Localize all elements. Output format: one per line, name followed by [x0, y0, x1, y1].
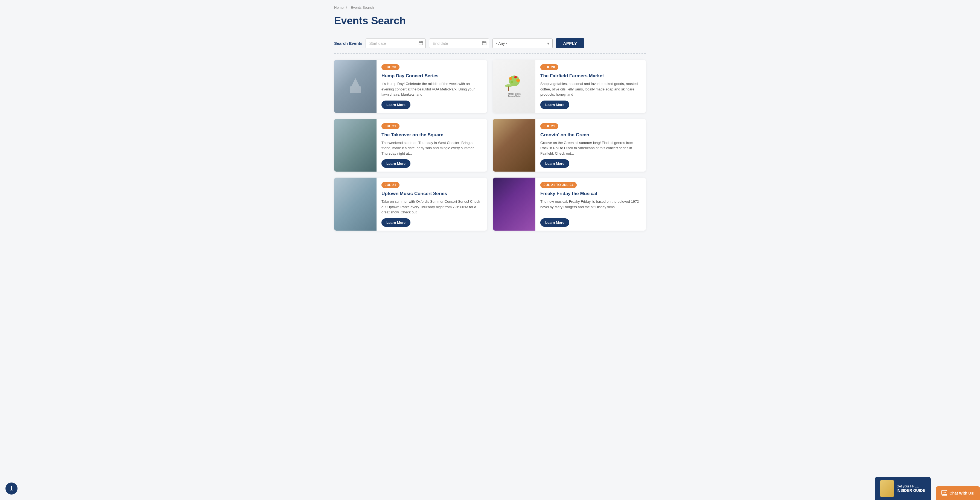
accessibility-button[interactable]	[5, 483, 18, 495]
svg-point-12	[514, 76, 517, 78]
event-title-farmers-market: The Fairfield Farmers Market	[540, 73, 641, 79]
event-title-uptown-music: Uptown Music Concert Series	[382, 191, 482, 197]
event-desc-farmers-market: Shop vegetables, seasonal and favorite b…	[540, 81, 641, 97]
event-image-uptown-music	[334, 178, 377, 230]
event-body-uptown-music: JUL 21 Uptown Music Concert Series Take …	[377, 178, 487, 230]
event-image-hump-day	[334, 60, 377, 113]
event-title-hump-day: Hump Day Concert Series	[382, 73, 482, 79]
start-date-input[interactable]	[366, 38, 426, 48]
learn-more-button-freaky-friday[interactable]: Learn More	[540, 218, 569, 227]
svg-point-20	[943, 492, 943, 493]
svg-point-13	[516, 79, 520, 82]
event-image-groovin-green	[493, 119, 535, 172]
learn-more-button-groovin-green[interactable]: Learn More	[540, 159, 569, 168]
end-date-wrapper	[429, 38, 489, 48]
svg-point-14	[511, 81, 513, 83]
chat-label: Chat With Us!	[950, 491, 975, 495]
chat-widget[interactable]: Chat With Us!	[936, 486, 980, 500]
end-date-input[interactable]	[429, 38, 489, 48]
svg-point-16	[505, 84, 512, 87]
event-image-farmers-market: Village Green Farmers Market	[493, 60, 535, 113]
insider-guide-widget[interactable]: Get your FREE INSIDER GUIDE	[875, 477, 931, 500]
event-desc-groovin-green: Groove on the Green all summer long! Fin…	[540, 140, 641, 156]
event-date-badge-hump-day: JUL 20	[382, 64, 399, 70]
category-select-wrapper: - Any - ▼	[492, 38, 553, 48]
learn-more-button-uptown-music[interactable]: Learn More	[382, 218, 410, 227]
event-desc-uptown-music: Take on summer with Oxford's Summer Conc…	[382, 199, 482, 215]
events-grid: JUL 20 Hump Day Concert Series It's Hump…	[334, 60, 646, 230]
event-title-takeover-square: The Takeover on the Square	[382, 132, 482, 138]
svg-point-21	[944, 492, 945, 493]
start-date-wrapper	[366, 38, 426, 48]
svg-point-11	[509, 77, 512, 80]
category-select[interactable]: - Any -	[492, 38, 553, 48]
event-title-groovin-green: Groovin' on the Green	[540, 132, 641, 138]
event-image-takeover-square	[334, 119, 377, 172]
learn-more-button-takeover-square[interactable]: Learn More	[382, 159, 410, 168]
event-card-groovin-green: JUL 21 Groovin' on the Green Groove on t…	[493, 119, 646, 172]
event-desc-takeover-square: The weekend starts on Thursday in West C…	[382, 140, 482, 156]
svg-text:Village Green: Village Green	[508, 92, 520, 95]
page-title: Events Search	[334, 15, 646, 27]
event-date-badge-uptown-music: JUL 21	[382, 182, 399, 188]
event-body-groovin-green: JUL 21 Groovin' on the Green Groove on t…	[535, 119, 646, 172]
event-card-farmers-market: Village Green Farmers Market JUL 20 The …	[493, 60, 646, 113]
event-card-hump-day: JUL 20 Hump Day Concert Series It's Hump…	[334, 60, 487, 113]
event-date-badge-freaky-friday: JUL 21 TO JUL 24	[540, 182, 577, 188]
svg-line-27	[11, 489, 12, 491]
event-body-farmers-market: JUL 20 The Fairfield Farmers Market Shop…	[535, 60, 646, 113]
title-divider	[334, 32, 646, 32]
event-desc-hump-day: It's Hump Day! Celebrate the middle of t…	[382, 81, 482, 97]
svg-rect-8	[350, 86, 361, 93]
event-body-freaky-friday: JUL 21 TO JUL 24 Freaky Friday the Music…	[535, 178, 646, 230]
event-image-freaky-friday	[493, 178, 535, 230]
accessibility-icon	[8, 486, 14, 492]
event-date-badge-farmers-market: JUL 20	[540, 64, 558, 70]
search-divider	[334, 53, 646, 54]
event-date-badge-takeover-square: JUL 21	[382, 123, 399, 129]
event-date-badge-groovin-green: JUL 21	[540, 123, 558, 129]
insider-guide-image	[880, 480, 894, 497]
svg-text:Farmers Market: Farmers Market	[508, 95, 520, 97]
breadcrumb: Home / Events Search	[334, 5, 646, 10]
event-card-takeover-square: JUL 21 The Takeover on the Square The we…	[334, 119, 487, 172]
svg-point-22	[945, 492, 945, 493]
search-label: Search Events	[334, 41, 362, 46]
event-card-freaky-friday: JUL 21 TO JUL 24 Freaky Friday the Music…	[493, 178, 646, 230]
svg-marker-9	[352, 78, 360, 86]
breadcrumb-separator: /	[346, 5, 347, 10]
breadcrumb-home[interactable]: Home	[334, 5, 344, 10]
event-card-uptown-music: JUL 21 Uptown Music Concert Series Take …	[334, 178, 487, 230]
apply-button[interactable]: APPLY	[556, 38, 584, 48]
event-desc-freaky-friday: The new musical, Freaky Friday, is based…	[540, 199, 641, 215]
event-body-takeover-square: JUL 21 The Takeover on the Square The we…	[377, 119, 487, 172]
learn-more-button-hump-day[interactable]: Learn More	[382, 100, 410, 109]
event-title-freaky-friday: Freaky Friday the Musical	[540, 191, 641, 197]
event-body-hump-day: JUL 20 Hump Day Concert Series It's Hump…	[377, 60, 487, 113]
chat-icon	[941, 490, 947, 496]
search-bar: Search Events	[334, 38, 646, 48]
learn-more-button-farmers-market[interactable]: Learn More	[540, 100, 569, 109]
insider-guide-text: Get your FREE INSIDER GUIDE	[897, 484, 925, 493]
breadcrumb-current: Events Search	[351, 5, 374, 10]
